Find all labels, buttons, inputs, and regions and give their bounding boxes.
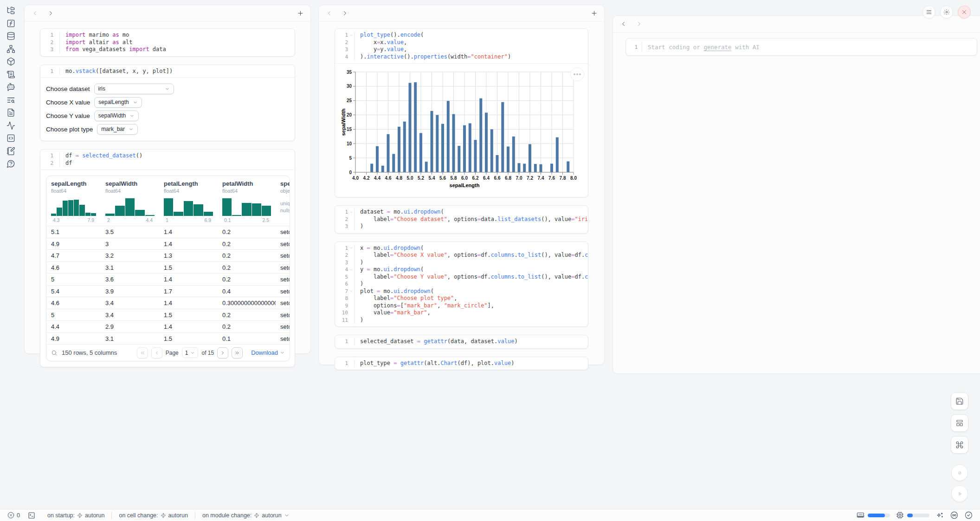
copilot-button[interactable] [950,511,958,520]
column-middle-next-button[interactable] [341,9,349,18]
empty-code-cell[interactable]: 1 Start coding or generate with AI [625,38,977,56]
settings-button[interactable] [940,6,953,19]
code-editor[interactable]: 1x = mo.ui.dropdown(2 label="Choose X va… [335,242,588,327]
sidebar-item-file-tree[interactable] [5,6,17,15]
chart-actions-button[interactable] [570,67,584,81]
dropdown-choose-dataset[interactable]: iris [94,84,174,94]
bar [414,82,417,172]
download-button[interactable]: Download [251,349,285,356]
runtime-config-item[interactable]: on startup:autorun [40,512,111,519]
terminal-button[interactable] [27,511,36,520]
line-number: 9 [335,303,348,309]
sidebar-item-outline[interactable] [5,108,17,117]
table-row[interactable]: 5.13.51.40.2setosa [46,226,290,238]
column-left-add-button[interactable] [296,9,304,18]
sidebar-item-help[interactable] [5,159,17,168]
sidebar-item-packages[interactable] [5,57,17,66]
code-line: 1plot_type().encode( [335,32,588,39]
table-column-header[interactable]: petalWidthfloat640.12.5 [218,176,276,226]
config-label: on cell change: [119,512,158,519]
column-right-next-button[interactable] [635,20,643,28]
table-row[interactable]: 4.93.11.50.1setosa [46,332,290,345]
sidebar-item-documentation[interactable] [5,70,17,79]
hist-bar [164,198,173,216]
sidebar-item-dependencies[interactable] [5,45,17,53]
column-middle-prev-button[interactable] [325,9,333,18]
code-editor[interactable]: 1selected_dataset = getattr(data, datase… [335,335,588,348]
column-name: sepalLength [51,180,96,187]
runtime-config-item[interactable]: on module change:autorun [195,512,297,519]
table-row[interactable]: 5.43.91.70.4setosa [46,285,290,297]
code-editor[interactable]: 1df = selected_dataset()2df [40,150,295,169]
code-editor[interactable]: 1plot_type().encode(2 x=x.value,3 y=y.va… [335,29,588,63]
code-cell-vstack[interactable]: 1mo.vstack([dataset, x, y, plot]) Choose… [40,65,295,142]
code-cell-imports[interactable]: 1import marimo as mo2import altair as al… [40,28,295,57]
code-icon [6,134,15,143]
dropdown-choose-y-value[interactable]: sepalWidth [94,111,139,121]
first-page-button[interactable] [137,347,148,358]
sidebar-item-datasources[interactable] [5,32,17,40]
code-line: 8 label="Choose plot type", [335,295,588,302]
sidebar-item-tracing[interactable] [5,121,17,130]
runtime-config-item[interactable]: on cell change:autorun [111,512,195,519]
ai-assist-button[interactable] [935,511,944,520]
table-column-header[interactable]: speciesobjectunique:nulls: [276,176,290,226]
code-cell-df[interactable]: 1df = selected_dataset()2df sepalLengthf… [40,149,295,367]
bar [523,164,526,173]
code-cell-xy-plot[interactable]: 1x = mo.ui.dropdown(2 label="Choose X va… [335,241,588,327]
code-editor[interactable]: 1plot_type = getattr(alt.Chart(df), plot… [335,357,588,370]
bar-chart[interactable]: 051015202530354.04.24.44.64.85.05.25.45.… [341,68,580,189]
menu-icon [926,9,932,15]
table-row[interactable]: 4.63.11.50.2setosa [46,261,290,274]
sidebar-item-functions[interactable] [5,19,17,28]
table-row[interactable]: 4.73.21.30.2setosa [46,249,290,261]
code-cell-plot[interactable]: 1plot_type().encode(2 x=x.value,3 y=y.va… [335,28,588,197]
bar [370,164,373,173]
sidebar-item-scratchpad[interactable] [5,147,17,156]
table-row[interactable]: 53.41.50.2setosa [46,309,290,321]
page-select[interactable]: 1 [182,347,199,358]
column-left-prev-button[interactable] [31,9,39,18]
dropdown-choose-x-value[interactable]: sepalLength [94,97,142,108]
stop-button[interactable] [951,464,968,481]
generate-link[interactable]: generate [703,44,731,51]
dropdown-choose-plot-type[interactable]: mark_bar [97,124,138,135]
last-page-button[interactable] [232,347,243,358]
code-cell-dataset[interactable]: 1dataset = mo.ui.dropdown(2 label="Choos… [335,205,588,234]
table-row[interactable]: 53.61.40.2setosa [46,273,290,285]
table-row[interactable]: 4.63.41.40.30000000000000004setosa [46,297,290,309]
menu-button[interactable] [922,6,935,19]
next-page-button[interactable] [217,347,228,358]
line-number: 2 [40,160,53,166]
code-editor[interactable]: 1import marimo as mo2import altair as al… [40,29,295,56]
column-middle-add-button[interactable] [590,9,598,18]
column-left-next-button[interactable] [46,9,55,18]
prev-page-button[interactable] [151,347,162,358]
close-button[interactable] [958,6,971,19]
table-row[interactable]: 4.42.91.40.2setosa [46,320,290,332]
line-number: 6 [335,281,348,287]
sidebar-item-ai-chat[interactable] [5,83,17,91]
table-cell: setosa [276,238,290,250]
code-cell-plot-type[interactable]: 1plot_type = getattr(alt.Chart(df), plot… [335,357,588,371]
run-button[interactable] [951,485,968,502]
code-editor[interactable]: 1dataset = mo.ui.dropdown(2 label="Choos… [335,206,588,233]
code-cell-selected-dataset[interactable]: 1selected_dataset = getattr(data, datase… [335,335,588,349]
sidebar-item-snippets[interactable] [5,134,17,143]
hist-bar [145,215,155,216]
layout-button[interactable] [951,414,968,432]
sidebar-item-logs[interactable] [5,96,17,104]
hist-bar [91,213,96,216]
column-right-prev-button[interactable] [619,20,627,28]
table-column-header[interactable]: petalLengthfloat6416.9 [159,176,218,226]
connection-status-button[interactable] [964,511,973,520]
error-count-badge[interactable]: 0 [7,512,20,519]
table-column-header[interactable]: sepalWidthfloat6424.4 [101,176,159,226]
table-column-header[interactable]: sepalLengthfloat644.37.9 [46,176,101,226]
code-placeholder[interactable]: Start coding or generate with AI [642,42,760,52]
table-row[interactable]: 4.931.40.2setosa [46,238,290,250]
svg-text:4.6: 4.6 [385,176,392,181]
keyboard-shortcuts-button[interactable] [951,436,968,454]
save-button[interactable] [951,392,968,410]
code-editor[interactable]: 1mo.vstack([dataset, x, y, plot]) [40,65,295,78]
